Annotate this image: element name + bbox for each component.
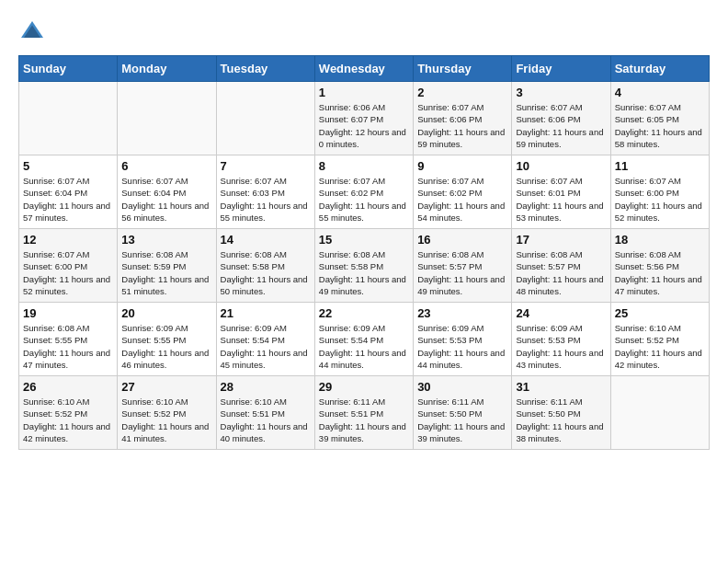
day-info: Sunrise: 6:11 AMSunset: 5:50 PMDaylight:… [417, 396, 507, 444]
day-cell: 10 Sunrise: 6:07 AMSunset: 6:01 PMDaylig… [512, 155, 610, 229]
day-info: Sunrise: 6:07 AMSunset: 6:01 PMDaylight:… [516, 175, 606, 224]
day-number: 11 [615, 159, 705, 173]
day-cell: 27 Sunrise: 6:10 AMSunset: 5:52 PMDaylig… [118, 376, 216, 450]
day-info: Sunrise: 6:07 AMSunset: 6:00 PMDaylight:… [615, 175, 705, 224]
day-cell: 29 Sunrise: 6:11 AMSunset: 5:51 PMDaylig… [314, 376, 413, 450]
day-info: Sunrise: 6:10 AMSunset: 5:51 PMDaylight:… [221, 396, 311, 444]
day-cell [118, 82, 216, 155]
day-info: Sunrise: 6:06 AMSunset: 6:07 PMDaylight:… [319, 101, 409, 150]
day-cell: 22 Sunrise: 6:09 AMSunset: 5:54 PMDaylig… [314, 303, 413, 376]
day-number: 17 [516, 233, 606, 247]
day-cell: 2 Sunrise: 6:07 AMSunset: 6:06 PMDayligh… [414, 82, 512, 155]
day-number: 6 [121, 159, 211, 173]
day-number: 13 [121, 233, 211, 247]
day-number: 24 [516, 306, 606, 320]
day-cell: 31 Sunrise: 6:11 AMSunset: 5:50 PMDaylig… [512, 376, 610, 450]
day-info: Sunrise: 6:11 AMSunset: 5:50 PMDaylight:… [516, 396, 606, 444]
day-number: 15 [319, 233, 409, 247]
day-info: Sunrise: 6:07 AMSunset: 6:04 PMDaylight:… [121, 175, 211, 224]
day-cell: 25 Sunrise: 6:10 AMSunset: 5:52 PMDaylig… [610, 303, 709, 376]
day-info: Sunrise: 6:10 AMSunset: 5:52 PMDaylight:… [615, 322, 705, 371]
day-number: 9 [417, 159, 507, 173]
day-info: Sunrise: 6:11 AMSunset: 5:51 PMDaylight:… [319, 396, 409, 444]
day-number: 28 [221, 380, 311, 394]
day-number: 23 [417, 306, 507, 320]
day-number: 21 [221, 306, 311, 320]
weekday-header-thursday: Thursday [414, 56, 512, 82]
day-cell [216, 82, 314, 155]
day-number: 5 [23, 159, 113, 173]
day-info: Sunrise: 6:07 AMSunset: 6:04 PMDaylight:… [23, 175, 113, 224]
day-cell: 19 Sunrise: 6:08 AMSunset: 5:55 PMDaylig… [19, 303, 118, 376]
page: SundayMondayTuesdayWednesdayThursdayFrid… [0, 0, 728, 459]
day-cell: 1 Sunrise: 6:06 AMSunset: 6:07 PMDayligh… [314, 82, 413, 155]
day-cell: 16 Sunrise: 6:08 AMSunset: 5:57 PMDaylig… [414, 229, 512, 303]
day-number: 27 [121, 380, 211, 394]
day-cell: 6 Sunrise: 6:07 AMSunset: 6:04 PMDayligh… [118, 155, 216, 229]
day-cell: 18 Sunrise: 6:08 AMSunset: 5:56 PMDaylig… [610, 229, 709, 303]
day-info: Sunrise: 6:07 AMSunset: 6:06 PMDaylight:… [516, 101, 606, 150]
weekday-header-wednesday: Wednesday [314, 56, 413, 82]
logo-icon [18, 18, 46, 46]
day-info: Sunrise: 6:09 AMSunset: 5:53 PMDaylight:… [516, 322, 606, 371]
day-number: 4 [615, 86, 705, 99]
day-number: 22 [319, 306, 409, 320]
day-number: 20 [121, 306, 211, 320]
weekday-header-saturday: Saturday [610, 56, 709, 82]
week-row-4: 19 Sunrise: 6:08 AMSunset: 5:55 PMDaylig… [19, 303, 710, 376]
day-number: 7 [221, 159, 311, 173]
day-info: Sunrise: 6:10 AMSunset: 5:52 PMDaylight:… [23, 396, 113, 444]
day-cell [610, 376, 709, 450]
day-info: Sunrise: 6:09 AMSunset: 5:53 PMDaylight:… [417, 322, 507, 371]
day-info: Sunrise: 6:08 AMSunset: 5:58 PMDaylight:… [221, 248, 311, 297]
day-cell: 23 Sunrise: 6:09 AMSunset: 5:53 PMDaylig… [414, 303, 512, 376]
week-row-5: 26 Sunrise: 6:10 AMSunset: 5:52 PMDaylig… [19, 376, 710, 450]
day-cell: 4 Sunrise: 6:07 AMSunset: 6:05 PMDayligh… [610, 82, 709, 155]
day-number: 3 [516, 86, 606, 99]
day-info: Sunrise: 6:07 AMSunset: 6:02 PMDaylight:… [417, 175, 507, 224]
calendar: SundayMondayTuesdayWednesdayThursdayFrid… [18, 55, 710, 450]
week-row-2: 5 Sunrise: 6:07 AMSunset: 6:04 PMDayligh… [19, 155, 710, 229]
day-info: Sunrise: 6:07 AMSunset: 6:05 PMDaylight:… [615, 101, 705, 150]
day-info: Sunrise: 6:07 AMSunset: 6:06 PMDaylight:… [417, 101, 507, 150]
day-cell: 8 Sunrise: 6:07 AMSunset: 6:02 PMDayligh… [314, 155, 413, 229]
day-info: Sunrise: 6:09 AMSunset: 5:55 PMDaylight:… [121, 322, 211, 371]
day-info: Sunrise: 6:08 AMSunset: 5:59 PMDaylight:… [121, 248, 211, 297]
day-number: 8 [319, 159, 409, 173]
day-cell: 7 Sunrise: 6:07 AMSunset: 6:03 PMDayligh… [216, 155, 314, 229]
day-cell: 11 Sunrise: 6:07 AMSunset: 6:00 PMDaylig… [610, 155, 709, 229]
day-info: Sunrise: 6:09 AMSunset: 5:54 PMDaylight:… [319, 322, 409, 371]
weekday-header-monday: Monday [118, 56, 216, 82]
day-number: 30 [417, 380, 507, 394]
day-number: 18 [615, 233, 705, 247]
day-cell: 5 Sunrise: 6:07 AMSunset: 6:04 PMDayligh… [19, 155, 118, 229]
weekday-header-sunday: Sunday [19, 56, 118, 82]
day-cell: 30 Sunrise: 6:11 AMSunset: 5:50 PMDaylig… [414, 376, 512, 450]
logo [18, 18, 50, 46]
weekday-header-tuesday: Tuesday [216, 56, 314, 82]
day-cell: 14 Sunrise: 6:08 AMSunset: 5:58 PMDaylig… [216, 229, 314, 303]
day-cell: 17 Sunrise: 6:08 AMSunset: 5:57 PMDaylig… [512, 229, 610, 303]
day-number: 29 [319, 380, 409, 394]
header [18, 18, 710, 46]
day-cell: 28 Sunrise: 6:10 AMSunset: 5:51 PMDaylig… [216, 376, 314, 450]
day-number: 14 [221, 233, 311, 247]
day-number: 2 [417, 86, 507, 99]
day-info: Sunrise: 6:08 AMSunset: 5:58 PMDaylight:… [319, 248, 409, 297]
day-info: Sunrise: 6:07 AMSunset: 6:02 PMDaylight:… [319, 175, 409, 224]
day-number: 25 [615, 306, 705, 320]
week-row-3: 12 Sunrise: 6:07 AMSunset: 6:00 PMDaylig… [19, 229, 710, 303]
day-info: Sunrise: 6:09 AMSunset: 5:54 PMDaylight:… [221, 322, 311, 371]
day-cell: 9 Sunrise: 6:07 AMSunset: 6:02 PMDayligh… [414, 155, 512, 229]
week-row-1: 1 Sunrise: 6:06 AMSunset: 6:07 PMDayligh… [19, 82, 710, 155]
day-number: 10 [516, 159, 606, 173]
day-number: 31 [516, 380, 606, 394]
day-info: Sunrise: 6:10 AMSunset: 5:52 PMDaylight:… [121, 396, 211, 444]
day-cell: 3 Sunrise: 6:07 AMSunset: 6:06 PMDayligh… [512, 82, 610, 155]
day-number: 19 [23, 306, 113, 320]
day-cell: 13 Sunrise: 6:08 AMSunset: 5:59 PMDaylig… [118, 229, 216, 303]
day-cell: 20 Sunrise: 6:09 AMSunset: 5:55 PMDaylig… [118, 303, 216, 376]
day-cell: 12 Sunrise: 6:07 AMSunset: 6:00 PMDaylig… [19, 229, 118, 303]
weekday-header-row: SundayMondayTuesdayWednesdayThursdayFrid… [19, 56, 710, 82]
day-number: 26 [23, 380, 113, 394]
